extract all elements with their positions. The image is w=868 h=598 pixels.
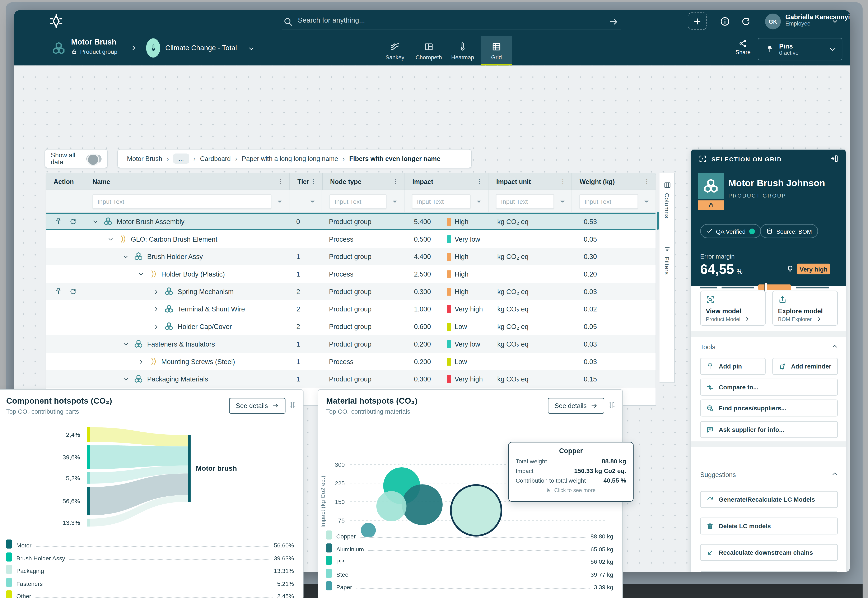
column-menu-icon[interactable]: ⋮	[644, 178, 650, 185]
row-expand-chevron-icon[interactable]	[122, 375, 130, 382]
col-header-tier[interactable]: Tier⋮	[290, 173, 323, 190]
col-header-node-type[interactable]: Node type⋮	[323, 173, 405, 190]
view-model-card[interactable]: View model Product Model	[700, 291, 766, 326]
column-menu-icon[interactable]: ⋮	[476, 178, 483, 185]
avatar[interactable]: GK	[765, 13, 781, 30]
tab-grid[interactable]: Grid	[480, 36, 512, 66]
sankey-chart[interactable]: 2,4%39,6%5,2%56,6%13.3%Motor brush	[0, 424, 304, 543]
sankey-node[interactable]	[87, 487, 90, 515]
chevron-up-icon[interactable]	[831, 470, 838, 477]
filter-input[interactable]	[330, 194, 386, 208]
filter-input[interactable]	[412, 194, 471, 208]
table-row[interactable]: Mounting Screws (Steel) 1 Process 0.200 …	[46, 353, 655, 371]
table-row[interactable]: Packaging Materials 1 Product group 0.30…	[46, 370, 655, 388]
current-product[interactable]: Motor Brush Product group	[71, 38, 117, 55]
source-bom-badge[interactable]: Source: BOM	[760, 224, 818, 238]
sankey-node[interactable]	[87, 472, 90, 484]
app-logo-icon[interactable]	[49, 14, 63, 28]
tab-heatmap[interactable]: Heatmap	[447, 36, 478, 66]
col-header-impact-unit[interactable]: Impact unit⋮	[489, 173, 572, 190]
search-input[interactable]	[298, 16, 591, 24]
find-prices-button[interactable]: Find prices/suppliers...	[700, 400, 838, 417]
show-all-data-toggle[interactable]	[86, 154, 101, 163]
row-expand-chevron-icon[interactable]	[137, 271, 145, 277]
pin-icon[interactable]	[55, 288, 62, 295]
legend-item[interactable]: Fasteners 5.21%	[6, 577, 294, 587]
filter-input[interactable]	[579, 194, 638, 208]
legend-item[interactable]: PP 56.02 kg	[326, 555, 613, 565]
table-row[interactable]: Spring Mechanism 2 Product group 0.300 H…	[46, 283, 655, 300]
filter-icon[interactable]	[309, 198, 316, 205]
tab-sankey[interactable]: Sankey	[379, 36, 411, 66]
pins-button[interactable]: Pins 0 active	[758, 38, 842, 60]
col-header-impact[interactable]: Impact⋮	[405, 173, 489, 190]
add-reminder-button[interactable]: Add reminder	[772, 358, 838, 375]
generate-lc-models-button[interactable]: Generate/Recalculate LC Models	[700, 491, 838, 508]
explore-model-card[interactable]: Explore model BOM Explorer	[772, 291, 838, 326]
breadcrumb-item[interactable]: Cardboard	[200, 155, 231, 162]
table-row[interactable]: Brush Holder Assy 1 Product group 4.400 …	[46, 248, 655, 265]
column-menu-icon[interactable]: ⋮	[310, 178, 316, 185]
sort-settings-icon[interactable]	[288, 401, 297, 411]
row-expand-chevron-icon[interactable]	[91, 218, 99, 225]
impact-chevron-down-icon[interactable]	[248, 45, 255, 52]
bubble-copper[interactable]	[451, 485, 501, 536]
legend-item[interactable]: Motor 56.60%	[6, 538, 294, 549]
row-expand-chevron-icon[interactable]	[122, 253, 130, 260]
filter-input-name[interactable]	[92, 194, 271, 208]
sankey-target-node[interactable]	[188, 435, 191, 502]
column-menu-icon[interactable]: ⋮	[393, 178, 399, 185]
table-row[interactable]: Holder Cap/Cover 2 Product group 0.600 L…	[46, 318, 655, 335]
breadcrumb-item[interactable]: Paper with a long long long name	[242, 155, 338, 162]
filter-icon[interactable]	[643, 198, 650, 205]
filter-icon[interactable]	[559, 198, 566, 205]
column-menu-icon[interactable]: ⋮	[278, 178, 284, 185]
tab-choropeth[interactable]: Choropeth	[413, 36, 444, 66]
tab-columns[interactable]: Columns	[659, 181, 675, 218]
legend-item[interactable]: Packaging 13.31%	[6, 564, 294, 574]
legend-item[interactable]: Aluminium 65.05 kg	[326, 542, 613, 552]
sync-icon[interactable]	[69, 288, 77, 295]
filter-input[interactable]	[496, 194, 554, 208]
filter-icon[interactable]	[476, 198, 482, 205]
search-submit-arrow-icon[interactable]	[609, 17, 618, 27]
legend-item[interactable]: Other 2.45%	[6, 589, 294, 598]
sankey-flow[interactable]	[89, 427, 188, 447]
sankey-node[interactable]	[87, 519, 90, 526]
row-expand-chevron-icon[interactable]	[152, 306, 160, 312]
row-expand-chevron-icon[interactable]	[152, 288, 160, 295]
table-row[interactable]: Fasteners & Insulators 1 Product group 0…	[46, 335, 655, 353]
qa-verified-badge[interactable]: QA Verified	[700, 224, 761, 238]
see-details-button[interactable]: See details	[229, 398, 285, 414]
bubble-steel[interactable]	[376, 491, 406, 521]
sankey-node[interactable]	[87, 445, 90, 469]
breadcrumb-ellipsis[interactable]: ...	[173, 153, 189, 164]
legend-item[interactable]: Brush Holder Assy 39.63%	[6, 551, 294, 561]
add-button[interactable]	[688, 12, 707, 30]
col-header-name[interactable]: Name⋮	[85, 173, 290, 190]
row-expand-chevron-icon[interactable]	[152, 323, 160, 330]
user-info[interactable]: Gabriella Karacsonyi Employee	[785, 13, 850, 27]
table-row[interactable]: Holder Body (Plastic) 1 Process 2.500 Hi…	[46, 265, 655, 283]
ask-supplier-button[interactable]: Ask supplier for info...	[700, 421, 838, 438]
chevron-up-icon[interactable]	[831, 342, 838, 350]
user-chevron-down-icon[interactable]	[831, 18, 839, 25]
col-header-action[interactable]: Action	[46, 173, 85, 190]
sankey-flow[interactable]	[89, 445, 188, 469]
filter-icon[interactable]	[276, 198, 283, 205]
delete-lc-models-button[interactable]: Delete LC models	[700, 517, 838, 534]
sort-settings-icon[interactable]	[608, 401, 616, 411]
breadcrumb-item[interactable]: Motor Brush	[127, 155, 163, 162]
table-row[interactable]: GLO: Carbon Brush Element Process 0.500 …	[46, 230, 655, 248]
impact-selector[interactable]: Climate Change - Total	[165, 44, 237, 52]
tooltip-footer[interactable]: Click to see more	[516, 487, 626, 493]
row-expand-chevron-icon[interactable]	[122, 341, 130, 347]
share-button[interactable]: Share	[732, 39, 754, 55]
slider-handle[interactable]	[765, 282, 768, 292]
filter-icon[interactable]	[392, 198, 398, 205]
table-row[interactable]: Motor Brush Assembly 0 Product group 5.4…	[46, 213, 655, 230]
legend-item[interactable]: Steel 39.77 kg	[326, 568, 613, 578]
column-menu-icon[interactable]: ⋮	[560, 178, 566, 185]
sankey-node[interactable]	[87, 427, 90, 442]
add-pin-button[interactable]: Add pin	[700, 358, 766, 375]
